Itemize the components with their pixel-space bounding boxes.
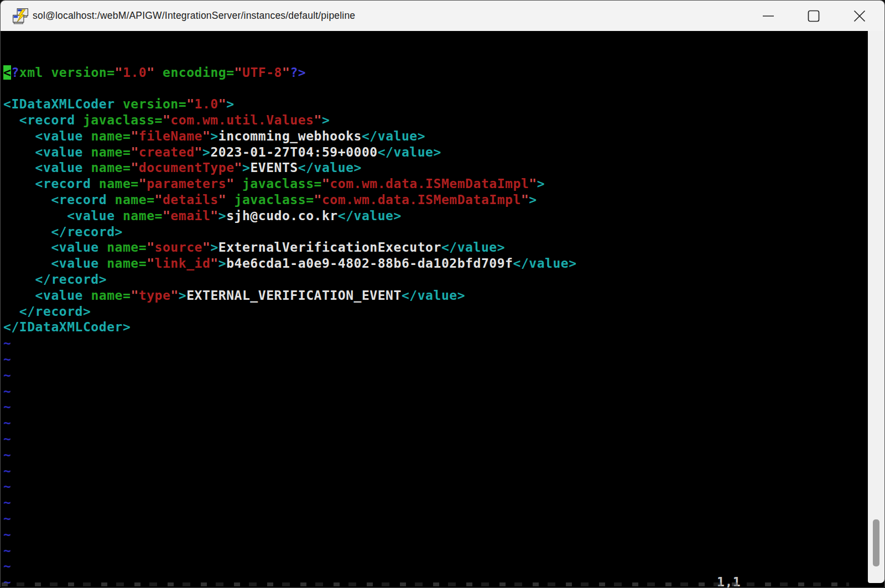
putty-icon[interactable] — [12, 8, 29, 24]
code-segment-quote: " — [210, 209, 218, 223]
titlebar[interactable]: sol@localhost:/webM/APIGW/IntegrationSer… — [1, 1, 884, 31]
code-segment-quote: " — [235, 65, 242, 80]
terminal-line: <value name="documentType">EVENTS</value… — [3, 160, 868, 176]
code-segment-string: com.wm.data.ISMemDataImpl — [330, 176, 529, 191]
code-segment-attr: name= — [83, 145, 131, 159]
terminal-line: <value name="source">ExternalVerificatio… — [3, 240, 868, 256]
code-segment-attr: encoding= — [155, 65, 235, 80]
code-segment-quote: " — [131, 145, 138, 159]
code-segment-cursor: < — [3, 65, 11, 80]
code-segment-string: parameters — [147, 176, 226, 191]
code-segment-tag: <value — [3, 145, 83, 159]
code-segment-quote: " — [139, 176, 147, 191]
empty-line-tilde: ~ — [3, 367, 868, 383]
code-segment-attr: javaclass= — [75, 113, 163, 127]
code-segment-tag: <record — [3, 176, 91, 191]
code-segment-string: 1.0 — [195, 97, 218, 111]
scrollbar-thumb[interactable] — [873, 519, 879, 566]
code-segment-quote: " — [147, 65, 154, 80]
code-segment-tag: > — [218, 209, 226, 223]
code-segment-attr: javaclass= — [226, 192, 314, 207]
code-segment-tag: > — [218, 256, 226, 270]
terminal-lines: <?xml version="1.0" encoding="UTF-8"?><I… — [3, 65, 868, 587]
empty-line-tilde: ~ — [3, 558, 868, 574]
code-segment-tag: > — [226, 97, 234, 111]
code-segment-quote: " — [314, 192, 322, 207]
terminal-line: <record name="details" javaclass="com.wm… — [3, 192, 868, 208]
code-segment-tag: > — [242, 160, 250, 175]
terminal-line: <value name="email">sjh@cudo.co.kr</valu… — [3, 208, 868, 224]
empty-line-tilde: ~ — [3, 495, 868, 511]
code-segment-quote: " — [195, 145, 202, 159]
close-icon — [853, 10, 866, 22]
code-segment-tag: </record> — [3, 272, 107, 287]
code-segment-quote: " — [529, 176, 537, 191]
minimize-icon — [762, 10, 774, 22]
code-segment-quote: " — [210, 256, 218, 270]
empty-line-tilde: ~ — [3, 543, 868, 559]
code-segment-quote: " — [186, 97, 194, 111]
code-segment-tag: > — [529, 192, 537, 207]
terminal-screen[interactable]: <?xml version="1.0" encoding="UTF-8"?><I… — [1, 31, 868, 587]
putty-window: sol@localhost:/webM/APIGW/IntegrationSer… — [0, 0, 885, 588]
code-segment-quote: " — [131, 160, 138, 175]
code-segment-string: created — [139, 145, 195, 159]
code-segment-quote: " — [322, 176, 330, 191]
empty-line-tilde: ~ — [3, 351, 868, 367]
code-segment-tag: </value> — [298, 160, 362, 175]
code-segment-quote: " — [521, 192, 529, 207]
code-segment-quote: " — [202, 240, 210, 254]
empty-line-tilde: ~ — [3, 415, 868, 431]
maximize-button[interactable] — [801, 1, 826, 31]
code-segment-quote: " — [218, 97, 226, 111]
terminal-line: <value name="link_id">b4e6cda1-a0e9-4802… — [3, 256, 868, 272]
code-segment-tag: <IDataXMLCoder — [3, 97, 115, 111]
code-segment-attr: name= — [99, 256, 147, 270]
code-segment-attr: name= — [83, 288, 131, 303]
code-segment-quote: " — [155, 192, 163, 207]
window-title: sol@localhost:/webM/APIGW/IntegrationSer… — [33, 1, 355, 31]
code-segment-quote: " — [131, 129, 138, 143]
code-segment-tag: <value — [3, 240, 99, 254]
code-segment-tag: </value> — [338, 209, 402, 223]
code-segment-tag: > — [179, 288, 186, 303]
code-segment-tag: <record — [3, 192, 107, 207]
code-segment-tag: > — [322, 113, 330, 127]
code-segment-tag: </value> — [402, 288, 465, 303]
code-segment-text: sjh@cudo.co.kr — [226, 209, 338, 223]
close-button[interactable] — [847, 1, 872, 31]
code-segment-quote: " — [202, 129, 210, 143]
code-segment-string: source — [155, 240, 202, 254]
code-segment-text: ExternalVerificationExecutor — [218, 240, 441, 254]
code-segment-tag: > — [210, 129, 218, 143]
terminal-line: <value name="type">EXTERNAL_VERIFICATION… — [3, 288, 868, 304]
code-segment-tag: <value — [3, 256, 99, 270]
code-segment-tag: > — [537, 176, 545, 191]
code-segment-tag: </record> — [3, 225, 123, 239]
code-segment-quote: " — [147, 240, 154, 254]
terminal-line: <value name="fileName">incomming_webhook… — [3, 128, 868, 144]
code-segment-quote: " — [163, 113, 170, 127]
code-segment-attr: name= — [83, 160, 131, 175]
code-segment-attr: name= — [107, 192, 154, 207]
code-segment-tag: <value — [3, 129, 83, 143]
maximize-icon — [808, 10, 820, 22]
empty-line-tilde: ~ — [3, 399, 868, 415]
code-segment-quote: " — [314, 113, 322, 127]
code-segment-quote: " — [282, 65, 290, 80]
terminal-line: </record> — [3, 304, 868, 320]
empty-line-tilde: ~ — [3, 463, 868, 479]
empty-line-tilde: ~ — [3, 527, 868, 543]
code-segment-tag: > — [202, 145, 210, 159]
terminal-line: <record javaclass="com.wm.util.Values"> — [3, 112, 868, 128]
code-segment-string: details — [163, 192, 218, 207]
terminal-line: </record> — [3, 272, 868, 288]
code-segment-tag: </record> — [3, 304, 91, 319]
terminal-line: <IDataXMLCoder version="1.0"> — [3, 96, 868, 112]
scrollbar-track[interactable] — [868, 31, 884, 583]
code-segment-string: 1.0 — [123, 65, 147, 80]
minimize-button[interactable] — [756, 1, 781, 31]
code-segment-tag: > — [210, 240, 218, 254]
code-segment-tag: </value> — [513, 256, 576, 270]
code-segment-string: type — [139, 288, 171, 303]
